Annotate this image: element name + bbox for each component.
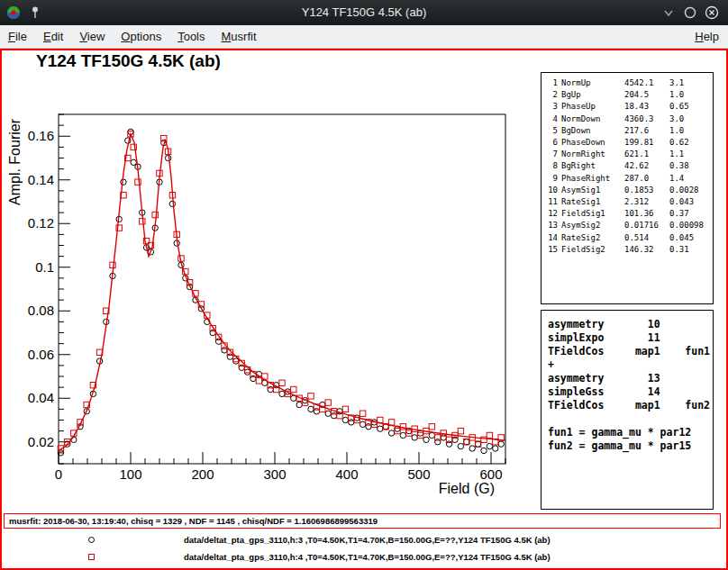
plot-frame	[59, 114, 505, 464]
fit-parameter-row: 11RateSig12.3120.043	[547, 196, 713, 208]
stat-err: 1.4	[669, 173, 713, 185]
stat-name: PhaseUp	[561, 101, 621, 113]
stat-err: 3.1	[669, 77, 713, 89]
stat-name: BgDown	[561, 125, 621, 137]
stat-n: 14	[547, 232, 558, 244]
menu-item-help[interactable]: Help	[686, 25, 728, 48]
x-tick-label: 300	[263, 466, 286, 482]
stat-n: 11	[547, 196, 558, 208]
fit-parameter-row: 15FieldSig2146.320.31	[547, 244, 713, 256]
close-icon[interactable]	[705, 5, 719, 20]
root-canvas: Y124 TF150G 4.5K (ab) 010020030040050060…	[0, 49, 728, 570]
y-tick-label: 0.16	[28, 128, 54, 143]
legend-entry-text: data/deltat_pta_gps_3110,h:3 ,T0=4.50K,T…	[184, 535, 551, 545]
stat-n: 3	[547, 101, 558, 113]
stat-val: 0.01716	[624, 220, 666, 231]
legend-entry: data/deltat_pta_gps_3110,h:3 ,T0=4.50K,T…	[2, 534, 726, 548]
stat-n: 13	[547, 220, 558, 231]
stat-name: RateSig2	[561, 232, 621, 244]
shade-icon[interactable]	[661, 5, 676, 20]
stat-name: PhaseDown	[561, 137, 621, 149]
stat-err: 3.0	[669, 113, 713, 125]
stat-name: PhaseRight	[561, 173, 621, 185]
stat-name: BgUp	[561, 89, 621, 101]
stat-name: AsymSig1	[561, 185, 621, 196]
titlebar[interactable]: Y124 TF150G 4.5K (ab)	[0, 0, 728, 25]
menu-item-tools[interactable]: Tools	[169, 25, 213, 48]
menu-item-edit[interactable]: Edit	[35, 25, 71, 48]
legend-entry-text: data/deltat_pta_gps_3110,h:4 ,T0=4.50K,T…	[184, 552, 551, 562]
theory-box[interactable]: asymmetry 10 simplExpo 11 TFieldCos map1…	[541, 310, 714, 510]
menu-item-view[interactable]: View	[71, 25, 113, 48]
stat-val: 199.81	[624, 137, 666, 149]
stat-err: 0.31	[669, 244, 713, 256]
stat-name: RateSig1	[561, 196, 621, 208]
stat-name: FieldSig1	[561, 208, 621, 220]
stat-n: 9	[547, 173, 558, 185]
fit-parameter-row: 12FieldSig1101.360.37	[547, 208, 713, 220]
fit-line	[59, 134, 505, 451]
stat-n: 7	[547, 149, 558, 160]
stat-val: 101.36	[624, 208, 666, 220]
fit-parameter-row: 2BgUp204.51.0	[547, 89, 713, 101]
fit-parameter-row: 3PhaseUp18.430.65	[547, 101, 713, 113]
stat-name: NormRight	[561, 149, 621, 160]
fit-parameter-row: 9PhaseRight287.01.4	[547, 173, 713, 185]
x-tick-label: 100	[119, 466, 141, 482]
fit-parameter-row: 13AsymSig20.017160.00098	[547, 220, 713, 231]
stat-val: 217.6	[624, 125, 666, 137]
stat-err: 0.0028	[669, 185, 713, 196]
legend-entry: data/deltat_pta_gps_3110,h:4 ,T0=4.50K,T…	[2, 551, 726, 565]
stat-val: 4542.1	[624, 77, 666, 89]
stat-n: 4	[547, 113, 558, 125]
window-title: Y124 TF150G 4.5K (ab)	[0, 0, 728, 25]
stat-n: 12	[547, 208, 558, 220]
stat-name: FieldSig2	[561, 244, 621, 256]
y-tick-label: 0.1	[35, 259, 54, 275]
x-tick-label: 500	[407, 466, 430, 482]
y-tick-label: 0.12	[28, 215, 54, 231]
fit-parameter-row: 1NormUp4542.13.1	[547, 77, 713, 89]
menu-item-file[interactable]: File	[0, 25, 35, 48]
stat-n: 10	[547, 185, 558, 196]
fit-parameter-row: 6PhaseDown199.810.62	[547, 137, 713, 149]
y-tick-label: 0.14	[28, 172, 54, 187]
stat-err: 0.38	[669, 160, 713, 172]
stat-err: 0.62	[669, 137, 713, 149]
menu-item-options[interactable]: Options	[113, 25, 169, 48]
stat-val: 0.514	[624, 232, 666, 244]
menubar: FileEditViewOptionsToolsMusrfit Help	[0, 25, 728, 49]
fit-parameter-row: 7NormRight621.11.1	[547, 149, 713, 160]
stat-val: 287.0	[624, 173, 666, 185]
stat-n: 6	[547, 137, 558, 149]
fourier-plot[interactable]: 0100200300400500600Field (G)0.020.040.06…	[2, 50, 539, 511]
fit-parameter-row: 14RateSig20.5140.045	[547, 232, 713, 244]
stat-val: 146.32	[624, 244, 666, 256]
x-axis: 0100200300400500600Field (G)	[55, 452, 505, 496]
x-tick-label: 400	[335, 466, 358, 482]
x-axis-title: Field (G)	[439, 481, 495, 496]
menu-item-musrfit[interactable]: Musrfit	[214, 25, 265, 48]
theory-text: asymmetry 10 simplExpo 11 TFieldCos map1…	[548, 318, 713, 453]
maximize-icon[interactable]	[683, 5, 697, 20]
stat-val: 42.62	[624, 160, 666, 172]
stat-err: 0.37	[669, 208, 713, 220]
y-tick-label: 0.04	[28, 390, 54, 405]
stat-val: 2.312	[624, 196, 666, 208]
stat-val: 18.43	[624, 101, 666, 113]
stat-err: 0.043	[669, 196, 713, 208]
y-axis: 0.020.040.060.080.10.120.140.16Ampl. Fou…	[7, 114, 70, 464]
y-tick-label: 0.02	[28, 434, 54, 449]
stat-name: NormUp	[561, 77, 621, 89]
circle-marker-icon	[88, 537, 95, 543]
stat-n: 8	[547, 160, 558, 172]
menubar-left: FileEditViewOptionsToolsMusrfit	[0, 25, 265, 48]
stat-val: 204.5	[624, 89, 666, 101]
stat-val: 4360.3	[624, 113, 666, 125]
y-tick-label: 0.08	[28, 303, 54, 318]
y-tick-label: 0.06	[28, 347, 54, 362]
x-tick-label: 200	[191, 466, 214, 482]
stat-name: NormDown	[561, 113, 621, 125]
fit-parameters-box[interactable]: 1NormUp4542.13.12BgUp204.51.03PhaseUp18.…	[541, 72, 714, 304]
stat-err: 1.1	[669, 149, 713, 160]
